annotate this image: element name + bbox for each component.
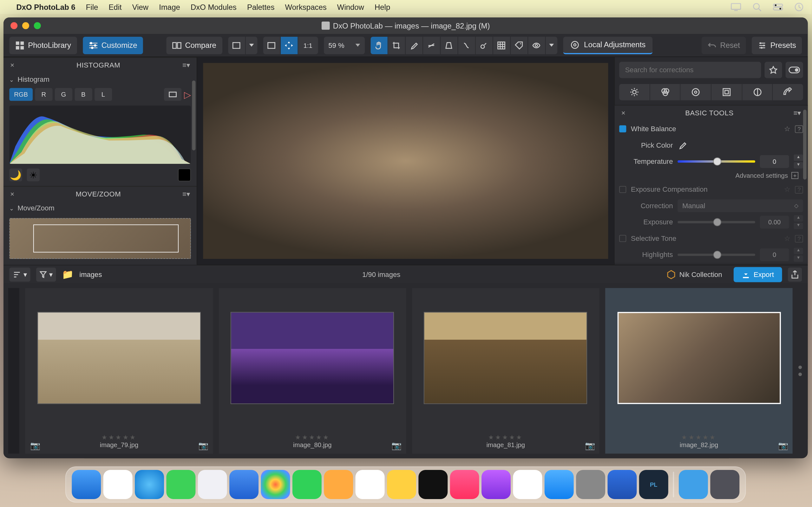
preview-tool[interactable] bbox=[528, 37, 545, 54]
dock-tv[interactable] bbox=[418, 470, 448, 499]
zoom-select[interactable]: 59 % bbox=[323, 37, 364, 54]
channel-l[interactable]: L bbox=[95, 88, 112, 101]
dock-maps[interactable] bbox=[229, 470, 258, 499]
app-name[interactable]: DxO PhotoLab 6 bbox=[16, 3, 75, 11]
wb-help[interactable]: ? bbox=[795, 125, 803, 133]
dock-finder[interactable] bbox=[72, 470, 101, 499]
menu-workspaces[interactable]: Workspaces bbox=[285, 3, 326, 11]
layout-dropdown-button[interactable] bbox=[246, 37, 257, 54]
control-center-icon[interactable] bbox=[773, 2, 783, 12]
histogram-close-button[interactable]: × bbox=[8, 61, 16, 69]
histogram-menu-button[interactable]: ≡▾ bbox=[181, 61, 192, 69]
export-button[interactable]: Export bbox=[734, 267, 782, 282]
dock-news[interactable] bbox=[513, 470, 542, 499]
filter-button[interactable]: ▾ bbox=[36, 268, 56, 281]
rating-stars[interactable]: ★★★★★ bbox=[101, 434, 136, 441]
master-toggle[interactable] bbox=[786, 62, 803, 78]
thumbnail-card-selected[interactable]: ★★★★★ image_82.jpg 📷 bbox=[605, 288, 793, 454]
wb-fav[interactable]: ☆ bbox=[784, 125, 791, 133]
highlights-slider[interactable] bbox=[677, 253, 755, 256]
dock-contacts[interactable] bbox=[324, 470, 353, 499]
reset-button[interactable]: Reset bbox=[702, 37, 746, 54]
retouch-tool[interactable] bbox=[475, 37, 493, 54]
movezoom-preview[interactable] bbox=[9, 218, 191, 259]
image-viewport[interactable] bbox=[203, 63, 608, 259]
photolibrary-button[interactable]: PhotoLibrary bbox=[9, 37, 77, 54]
seltone-fav[interactable]: ☆ bbox=[784, 234, 791, 243]
tab-detail[interactable] bbox=[681, 84, 711, 101]
tool-dropdown[interactable] bbox=[546, 37, 557, 54]
dock-photos[interactable] bbox=[261, 470, 290, 499]
clock-icon[interactable] bbox=[794, 2, 804, 12]
menu-window[interactable]: Window bbox=[337, 3, 364, 11]
window-maximize-button[interactable] bbox=[34, 22, 41, 29]
exposure-stepper[interactable]: ▲▼ bbox=[794, 215, 803, 230]
temp-value[interactable]: 0 bbox=[760, 155, 789, 168]
dock-app1[interactable] bbox=[607, 470, 637, 499]
expcomp-help[interactable]: ? bbox=[795, 186, 803, 193]
seltone-help[interactable]: ? bbox=[795, 235, 803, 242]
tab-effects[interactable] bbox=[773, 84, 803, 101]
expcomp-fav[interactable]: ☆ bbox=[784, 185, 791, 193]
dock-photolab[interactable]: PL bbox=[639, 470, 668, 499]
rating-stars[interactable]: ★★★★★ bbox=[681, 434, 716, 441]
wb-checkbox[interactable] bbox=[619, 125, 626, 132]
crop-tool[interactable] bbox=[388, 37, 405, 54]
one-to-one-button[interactable]: 1:1 bbox=[298, 37, 318, 54]
dock-messages[interactable] bbox=[166, 470, 195, 499]
menu-help[interactable]: Help bbox=[374, 3, 390, 11]
spotlight-icon[interactable] bbox=[752, 2, 762, 12]
reshape-tool[interactable] bbox=[458, 37, 475, 54]
channel-g[interactable]: G bbox=[55, 88, 72, 101]
channel-rgb[interactable]: RGB bbox=[9, 88, 32, 101]
fit-button[interactable] bbox=[263, 37, 281, 54]
menu-modules[interactable]: DxO Modules bbox=[191, 3, 237, 11]
grid-tool[interactable] bbox=[493, 37, 510, 54]
menu-view[interactable]: View bbox=[132, 3, 148, 11]
basic-tools-menu[interactable]: ≡▾ bbox=[792, 109, 803, 117]
local-adjustments-button[interactable]: Local Adjustments bbox=[563, 37, 653, 54]
nik-collection-button[interactable]: Nik Collection bbox=[661, 268, 728, 281]
dock-mail[interactable] bbox=[198, 470, 227, 499]
movezoom-caret[interactable]: ⌄ bbox=[9, 205, 14, 211]
movezoom-menu-button[interactable]: ≡▾ bbox=[181, 190, 192, 199]
seltone-checkbox[interactable] bbox=[619, 235, 626, 242]
highlights-value[interactable]: 0 bbox=[760, 248, 789, 261]
dock-music[interactable] bbox=[450, 470, 479, 499]
dock-launchpad[interactable] bbox=[103, 470, 133, 499]
dock-notes[interactable] bbox=[387, 470, 416, 499]
tab-geometry[interactable] bbox=[711, 84, 742, 101]
search-input[interactable] bbox=[619, 62, 761, 78]
movezoom-close-button[interactable]: × bbox=[8, 190, 16, 199]
channel-r[interactable]: R bbox=[35, 88, 52, 101]
highlight-clip-button[interactable]: ☀ bbox=[27, 169, 40, 181]
tab-color[interactable] bbox=[650, 84, 681, 101]
eyedropper-button[interactable] bbox=[677, 140, 687, 150]
hand-tool[interactable] bbox=[370, 37, 388, 54]
menu-image[interactable]: Image bbox=[159, 3, 180, 11]
dock-safari[interactable] bbox=[135, 470, 164, 499]
compare-button[interactable]: Compare bbox=[166, 37, 222, 54]
favorite-button[interactable] bbox=[764, 62, 782, 78]
shadow-clip-button[interactable]: 🌙 bbox=[9, 169, 22, 181]
presets-button[interactable]: Presets bbox=[752, 37, 802, 54]
window-minimize-button[interactable] bbox=[22, 22, 29, 29]
folder-name[interactable]: images bbox=[79, 270, 102, 279]
dock-podcasts[interactable] bbox=[481, 470, 511, 499]
window-close-button[interactable] bbox=[10, 22, 17, 29]
right-scrollbar[interactable] bbox=[803, 110, 807, 180]
thumbnail-card[interactable]: ★★★★★ image_80.jpg 📷 bbox=[218, 288, 406, 454]
scroll-dot[interactable] bbox=[799, 373, 802, 376]
menu-file[interactable]: File bbox=[86, 3, 98, 11]
thumbnail-card[interactable]: ★★★★★ image_81.jpg 📷 bbox=[412, 288, 600, 454]
screen-icon[interactable] bbox=[731, 2, 741, 12]
channel-b[interactable]: B bbox=[74, 88, 92, 101]
sort-button[interactable]: ▾ bbox=[9, 268, 30, 281]
channel-display-button[interactable] bbox=[164, 88, 182, 101]
advanced-settings-toggle[interactable]: Advanced settings + bbox=[619, 170, 803, 181]
dock-facetime[interactable] bbox=[293, 470, 322, 499]
horizon-tool[interactable] bbox=[423, 37, 440, 54]
left-scrollbar[interactable] bbox=[192, 80, 195, 151]
histogram-caret[interactable]: ⌄ bbox=[9, 76, 14, 82]
customize-button[interactable]: Customize bbox=[83, 37, 143, 54]
